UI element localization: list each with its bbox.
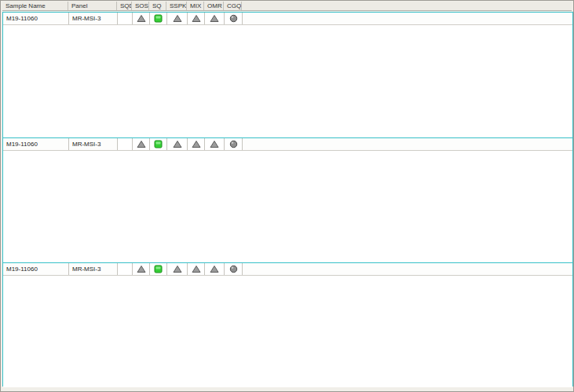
electropherogram-chart[interactable] — [3, 151, 574, 263]
triangle-icon — [192, 140, 201, 148]
sample-row[interactable]: M19-11060 MR-MSI-3 Bat25NR27PentaD901301… — [3, 138, 572, 151]
triangle-icon: NR21Bat26PentaC9013017021025004000800012… — [137, 14, 146, 23]
sample-trace-group: M19-11060 MR-MSI-3 NR21Bat26PentaC901301… — [3, 13, 572, 137]
circle-icon — [229, 140, 238, 148]
flag-cells: Bat25NR27PentaD9013017021025004000800012… — [118, 138, 243, 150]
triangle-icon — [173, 265, 182, 273]
omr-flag-cell — [205, 263, 225, 275]
cgq-flag-cell — [225, 263, 243, 275]
mix-flag-cell — [188, 263, 205, 275]
panel-cell[interactable]: MR-MSI-3 — [69, 13, 118, 24]
column-header-sspk: SSPK — [166, 2, 187, 10]
column-header-sample-name: Sample Name — [2, 2, 68, 10]
sspk-flag-cell — [167, 263, 188, 275]
circle-icon — [229, 265, 238, 273]
triangle-icon — [192, 14, 201, 23]
column-header-mix: MIX — [187, 2, 204, 10]
sample-trace-group: M19-11060 MR-MSI-3 Bat25NR27PentaD901301… — [3, 137, 572, 262]
sample-row[interactable]: M19-11060 MR-MSI-3 AmelNR24Mono279013017… — [3, 263, 572, 276]
sqd-flag-cell — [118, 138, 133, 150]
panel-cell[interactable]: MR-MSI-3 — [69, 263, 118, 275]
sample-trace-group: M19-11060 MR-MSI-3 AmelNR24Mono279013017… — [3, 262, 572, 387]
triangle-icon — [173, 140, 182, 148]
sspk-flag-cell — [167, 138, 188, 150]
triangle-icon — [173, 14, 182, 23]
sqd-flag-cell — [118, 263, 133, 275]
column-header-filler — [242, 2, 572, 10]
green-square-icon — [154, 14, 163, 23]
mix-flag-cell — [188, 138, 205, 150]
green-square-icon — [154, 265, 163, 273]
sq-flag-cell — [150, 263, 167, 275]
green-square-icon — [154, 140, 163, 148]
panel-cell[interactable]: MR-MSI-3 — [69, 138, 118, 150]
electropherogram-chart[interactable] — [3, 276, 574, 388]
sos-flag-cell: NR21Bat26PentaC9013017021025004000800012… — [133, 13, 150, 24]
sample-row-filler — [243, 13, 572, 24]
sample-row-filler — [243, 263, 572, 275]
column-header-panel: Panel — [68, 2, 117, 10]
sample-name-cell[interactable]: M19-11060 — [3, 263, 69, 275]
sample-row-filler — [243, 138, 572, 150]
triangle-icon — [210, 265, 219, 273]
cgq-flag-cell — [225, 138, 243, 150]
omr-flag-cell — [205, 13, 225, 24]
sspk-flag-cell — [167, 13, 188, 24]
traces-area[interactable]: M19-11060 MR-MSI-3 NR21Bat26PentaC901301… — [2, 12, 573, 387]
sample-name-cell[interactable]: M19-11060 — [3, 13, 69, 24]
triangle-icon: Bat25NR27PentaD9013017021025004000800012… — [137, 140, 146, 148]
flag-cells: NR21Bat26PentaC9013017021025004000800012… — [118, 13, 243, 24]
flag-cells: AmelNR24Mono2790130170210250040008000120… — [118, 263, 243, 275]
circle-icon — [229, 14, 238, 23]
column-header-omr: OMR — [204, 2, 224, 10]
sq-flag-cell — [150, 13, 167, 24]
cgq-flag-cell — [225, 13, 243, 24]
column-header-sq: SQ — [149, 2, 166, 10]
sample-row[interactable]: M19-11060 MR-MSI-3 NR21Bat26PentaC901301… — [3, 13, 572, 25]
column-header-sos: SOS — [132, 2, 149, 10]
triangle-icon — [210, 140, 219, 148]
header-row: Sample NamePanelSQDSOSSQSSPKMIXOMRCGQ — [2, 2, 572, 11]
sos-flag-cell: AmelNR24Mono2790130170210250040008000120… — [133, 263, 150, 275]
mix-flag-cell — [188, 13, 205, 24]
genotyping-app-window: Sample NamePanelSQDSOSSQSSPKMIXOMRCGQ M1… — [0, 0, 574, 392]
triangle-icon: AmelNR24Mono2790130170210250040008000120… — [137, 265, 146, 273]
sqd-flag-cell — [118, 13, 133, 24]
omr-flag-cell — [205, 138, 225, 150]
sos-flag-cell: Bat25NR27PentaD9013017021025004000800012… — [133, 138, 150, 150]
triangle-icon — [192, 265, 201, 273]
sample-name-cell[interactable]: M19-11060 — [3, 138, 69, 150]
column-header-sqd: SQD — [117, 2, 132, 10]
triangle-icon — [210, 14, 219, 23]
column-header-cgq: CGQ — [224, 2, 242, 10]
electropherogram-chart[interactable] — [3, 25, 574, 137]
sq-flag-cell — [150, 138, 167, 150]
